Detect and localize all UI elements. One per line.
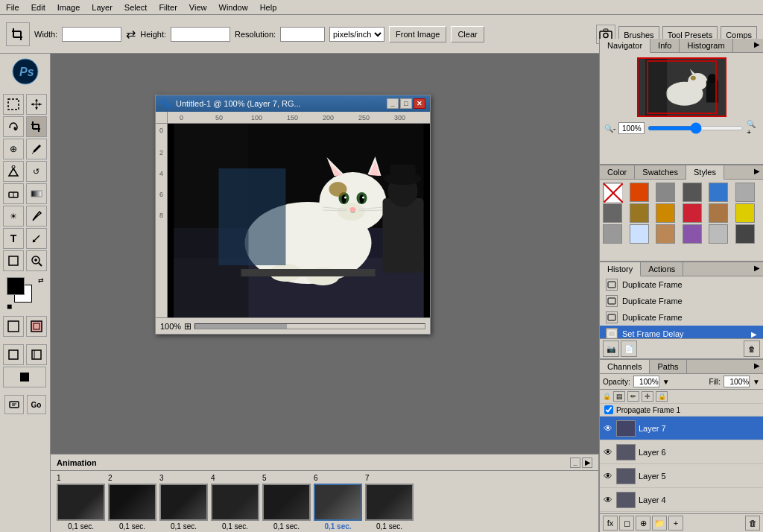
navigator-menu-btn[interactable]: ▶ bbox=[751, 39, 763, 52]
style-swatch-0[interactable] bbox=[603, 183, 622, 202]
lasso-tool[interactable] bbox=[3, 116, 24, 137]
layer-delete-btn[interactable]: 🗑 bbox=[745, 516, 760, 531]
frame-item-1[interactable]: 20,1 sec. bbox=[108, 474, 156, 531]
frame-item-6[interactable]: 70,1 sec. bbox=[365, 474, 414, 531]
adobe-bridge-icon[interactable]: Go bbox=[27, 395, 46, 414]
gradient-tool[interactable] bbox=[26, 183, 47, 204]
color-panel-menu-btn[interactable]: ▶ bbox=[751, 165, 763, 179]
tab-swatches[interactable]: Swatches bbox=[635, 165, 686, 179]
foreground-color-swatch[interactable] bbox=[7, 277, 25, 295]
style-swatch-3[interactable] bbox=[683, 183, 702, 202]
fill-dropdown-icon[interactable]: ▼ bbox=[753, 378, 760, 386]
history-snapshot-btn[interactable]: 📷 bbox=[603, 341, 619, 357]
layer-item-3[interactable]: 👁Layer 4 bbox=[600, 488, 763, 512]
layer-fx-btn[interactable]: fx bbox=[603, 516, 618, 531]
quickmask-mode-btn[interactable] bbox=[26, 316, 47, 337]
menu-edit[interactable]: Edit bbox=[25, 1, 51, 13]
history-item-3[interactable]: Set Frame Delay▶ bbox=[600, 326, 763, 338]
standard-mode-btn[interactable] bbox=[3, 316, 24, 337]
swap-colors-icon[interactable]: ⇄ bbox=[38, 277, 44, 284]
opacity-input[interactable] bbox=[633, 376, 659, 387]
menu-help[interactable]: Help bbox=[254, 1, 283, 13]
layer-eye-1[interactable]: 👁 bbox=[603, 447, 613, 457]
style-swatch-15[interactable] bbox=[683, 224, 702, 244]
layer-mask-btn[interactable]: ◻ bbox=[619, 516, 634, 531]
history-new-doc-btn[interactable]: 📄 bbox=[621, 341, 637, 357]
style-swatch-12[interactable] bbox=[603, 224, 622, 244]
lock-position-btn[interactable]: ✛ bbox=[642, 391, 653, 402]
crop-tool-active[interactable] bbox=[26, 116, 47, 137]
anim-panel-expand[interactable]: ▶ bbox=[582, 457, 592, 468]
canvas-image-area[interactable] bbox=[168, 124, 430, 317]
frame-item-3[interactable]: 40,1 sec. bbox=[211, 474, 259, 531]
move-tool[interactable] bbox=[26, 94, 47, 115]
layer-adjustment-btn[interactable]: ⊕ bbox=[636, 516, 650, 531]
tab-paths[interactable]: Paths bbox=[650, 360, 686, 373]
dodge-tool[interactable]: ☀ bbox=[3, 206, 24, 227]
style-swatch-2[interactable] bbox=[656, 183, 675, 202]
crop-tool-icon[interactable] bbox=[6, 22, 30, 46]
text-tool[interactable]: T bbox=[3, 228, 24, 249]
tab-history[interactable]: History bbox=[600, 262, 641, 276]
style-swatch-6[interactable] bbox=[603, 203, 622, 223]
clear-button[interactable]: Clear bbox=[451, 26, 484, 42]
spot-heal-tool[interactable]: ⊕ bbox=[3, 139, 24, 159]
shape-tool[interactable] bbox=[3, 250, 24, 271]
style-swatch-4[interactable] bbox=[709, 183, 728, 202]
zoom-tool[interactable] bbox=[26, 250, 47, 271]
layers-panel-menu-btn[interactable]: ▶ bbox=[751, 360, 763, 373]
menu-layer[interactable]: Layer bbox=[86, 1, 118, 13]
pen-tool[interactable] bbox=[26, 206, 47, 227]
history-item-1[interactable]: Duplicate Frame bbox=[600, 293, 763, 309]
marquee-tool[interactable] bbox=[3, 94, 24, 115]
menu-file[interactable]: File bbox=[0, 1, 25, 13]
style-swatch-16[interactable] bbox=[709, 224, 728, 244]
front-image-button[interactable]: Front Image bbox=[389, 26, 446, 42]
style-swatch-14[interactable] bbox=[656, 224, 675, 244]
anim-panel-minimize[interactable]: _ bbox=[570, 457, 580, 468]
width-input[interactable] bbox=[62, 27, 121, 42]
tab-actions[interactable]: Actions bbox=[641, 262, 683, 276]
style-swatch-9[interactable] bbox=[683, 203, 702, 223]
minimize-button[interactable]: _ bbox=[387, 98, 399, 109]
tab-info[interactable]: Info bbox=[650, 39, 680, 52]
style-swatch-8[interactable] bbox=[656, 203, 675, 223]
menu-filter[interactable]: Filter bbox=[153, 1, 183, 13]
frame-item-2[interactable]: 30,1 sec. bbox=[159, 474, 208, 531]
frame-item-4[interactable]: 50,1 sec. bbox=[262, 474, 311, 531]
style-swatch-13[interactable] bbox=[630, 224, 649, 244]
history-item-0[interactable]: Duplicate Frame bbox=[600, 276, 763, 293]
frame-item-5[interactable]: 60,1 sec. bbox=[314, 474, 362, 531]
opacity-dropdown-icon[interactable]: ▼ bbox=[662, 378, 670, 386]
resolution-input[interactable] bbox=[280, 27, 325, 42]
lock-all-btn[interactable]: 🔒 bbox=[656, 391, 668, 402]
history-delete-btn[interactable]: 🗑 bbox=[744, 341, 760, 357]
menu-select[interactable]: Select bbox=[118, 1, 153, 13]
menu-window[interactable]: Window bbox=[213, 1, 254, 13]
zoom-slider[interactable] bbox=[648, 126, 744, 130]
layer-item-1[interactable]: 👁Layer 6 bbox=[600, 440, 763, 464]
style-swatch-11[interactable] bbox=[735, 203, 755, 223]
style-swatch-17[interactable] bbox=[735, 224, 755, 244]
propagate-checkbox[interactable] bbox=[604, 405, 613, 414]
go-to-bridge-btn[interactable] bbox=[4, 395, 24, 414]
zoom-out-icon[interactable]: 🔍- bbox=[604, 124, 615, 133]
brush-tool[interactable] bbox=[26, 139, 47, 159]
path-selection-tool[interactable] bbox=[26, 228, 47, 249]
swap-icon[interactable]: ⇄ bbox=[126, 27, 136, 41]
style-swatch-10[interactable] bbox=[709, 203, 728, 223]
layer-eye-0[interactable]: 👁 bbox=[603, 423, 613, 434]
history-brush-tool[interactable]: ↺ bbox=[26, 161, 47, 182]
close-button[interactable]: ✕ bbox=[414, 98, 425, 109]
tab-color[interactable]: Color bbox=[600, 165, 635, 179]
zoom-icon[interactable]: ⊞ bbox=[184, 321, 191, 332]
menu-image[interactable]: Image bbox=[51, 1, 86, 13]
tab-styles[interactable]: Styles bbox=[686, 165, 724, 180]
screen-mode-2[interactable] bbox=[26, 344, 47, 365]
layer-item-2[interactable]: 👁Layer 5 bbox=[600, 464, 763, 488]
restore-button[interactable]: □ bbox=[400, 98, 412, 109]
screen-mode-1[interactable] bbox=[3, 344, 24, 365]
default-colors-icon[interactable]: ◼ bbox=[7, 303, 12, 310]
history-item-2[interactable]: Duplicate Frame bbox=[600, 309, 763, 326]
style-swatch-5[interactable] bbox=[735, 183, 755, 202]
